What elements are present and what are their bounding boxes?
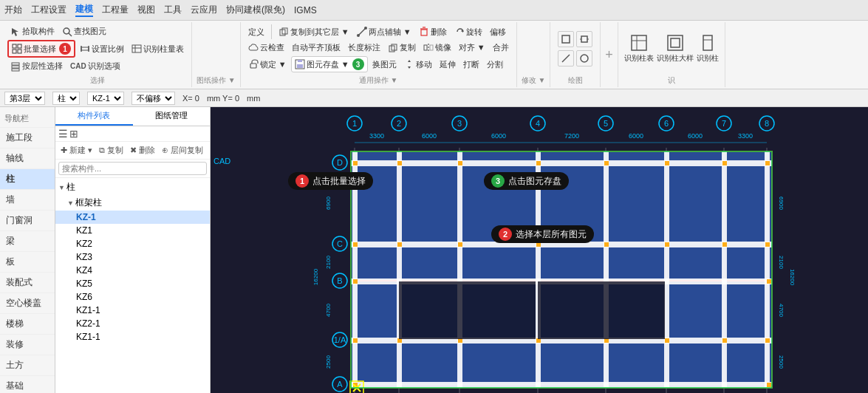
tree-item-kz1[interactable]: KZ1 — [55, 224, 210, 237]
identify-column-table-button[interactable]: 识别柱量表 — [129, 42, 187, 56]
set-scale-button[interactable]: 设置比例 — [77, 42, 127, 56]
svg-rect-139 — [767, 383, 771, 387]
delete-button[interactable]: 删除 — [416, 25, 450, 39]
component-select[interactable]: 柱 — [52, 92, 80, 105]
save-element-button[interactable]: 图元存盘 ▼ 3 — [291, 56, 368, 72]
batch-select-button[interactable]: 批量选择 1 — [7, 40, 75, 58]
identify-column-table-btn[interactable]: 识别柱表 — [624, 34, 654, 64]
svg-point-1 — [64, 28, 69, 34]
tree-item-kz2-1[interactable]: KZ2-1 — [55, 317, 210, 330]
draw-tool-1[interactable] — [558, 31, 574, 47]
break-button[interactable]: 打断 — [460, 58, 482, 72]
tree-item-kz2[interactable]: KZ2 — [55, 237, 210, 250]
nav-item-earthwork[interactable]: 土方 — [0, 355, 55, 376]
align-button[interactable]: 对齐 ▼ — [456, 41, 488, 55]
nav-item-column[interactable]: 柱 — [0, 169, 55, 190]
nav-item-prefab[interactable]: 装配式 — [0, 273, 55, 293]
cad-label: CAD — [211, 155, 233, 167]
two-point-axis-button[interactable]: 两点辅轴 ▼ — [354, 25, 414, 39]
merge-button[interactable]: 合并 — [490, 41, 512, 55]
menu-item-view[interactable]: 视图 — [137, 4, 155, 16]
tree-item-kz6[interactable]: KZ6 — [55, 290, 210, 304]
svg-rect-5 — [13, 49, 16, 53]
length-label-button[interactable]: 长度标注 — [345, 41, 383, 55]
panel-list-view-icon[interactable]: ☰ — [58, 128, 68, 140]
layer-select-button[interactable]: 按层性选择 — [7, 59, 66, 73]
svg-rect-135 — [665, 338, 669, 343]
menu-item-igms[interactable]: IGMS — [294, 5, 317, 16]
canvas-area[interactable]: 12 34 56 78 3300 6000 6000 7200 6000 600… — [211, 107, 868, 393]
pick-component-button[interactable]: 拾取构件 — [7, 24, 58, 38]
toolbar-group-general: 定义 复制到其它层 ▼ 两点辅轴 ▼ 删除 旋转 偏移 云 — [241, 22, 517, 87]
lock-button[interactable]: 锁定 ▼ — [245, 58, 290, 72]
panel: 构件列表 图纸管理 ☰ ⊞ ✚ 新建 ▾ ⧉ 复制 ✖ 删除 ⊕ 层间复制 ▼ … — [55, 107, 211, 393]
find-element-button[interactable]: 查找图元 — [59, 24, 109, 38]
tree-item-column[interactable]: ▼ 柱 — [55, 180, 210, 195]
tree-arrow-column: ▼ — [58, 184, 65, 191]
panel-delete-button[interactable]: ✖ 删除 — [128, 144, 157, 157]
identify-column-btn[interactable]: 识别柱 — [697, 34, 719, 64]
panel-grid-view-icon[interactable]: ⊞ — [69, 128, 78, 140]
auto-align-button[interactable]: 自动平齐顶板 — [289, 41, 344, 55]
layer-select[interactable]: 第3层 — [4, 92, 45, 105]
offset-button[interactable]: 偏移 — [487, 25, 509, 39]
extend-button[interactable]: 延伸 — [437, 58, 459, 72]
menu-item-collab[interactable]: 协同建模(限免) — [226, 4, 285, 16]
draw-tool-4[interactable] — [576, 50, 592, 66]
tree-item-kz5[interactable]: KZ5 — [55, 277, 210, 290]
tree-item-kz1-1[interactable]: KZ1-1 — [55, 304, 210, 317]
cad-identify-options-button[interactable]: CAD 识别选项 — [67, 59, 123, 73]
panel-layer-copy-button[interactable]: ⊕ 层间复制 — [160, 144, 205, 157]
svg-rect-114 — [458, 161, 462, 165]
copy-button[interactable]: 复制 — [385, 41, 419, 55]
panel-new-button[interactable]: ✚ 新建 ▾ — [58, 144, 95, 157]
identify-column-detail-btn[interactable]: 识别柱大样 — [657, 34, 694, 64]
nav-item-construction[interactable]: 施工段 — [0, 128, 55, 148]
tab-drawing[interactable]: 图纸管理 — [133, 107, 211, 126]
nav-item-wall[interactable]: 墙 — [0, 190, 55, 211]
modify-label[interactable]: 修改 ▼ — [522, 74, 546, 86]
menu-item-quantity[interactable]: 工程量 — [102, 4, 129, 16]
svg-rect-41 — [632, 35, 646, 50]
nav-item-stair[interactable]: 楼梯 — [0, 314, 55, 335]
tree-item-kz4[interactable]: KZ4 — [55, 264, 210, 277]
draw-tool-3[interactable] — [558, 50, 574, 66]
nav-item-hollow[interactable]: 空心楼盖 — [0, 293, 55, 314]
menu-item-cloud[interactable]: 云应用 — [191, 4, 217, 16]
draw-tool-2[interactable] — [576, 31, 592, 47]
define-button[interactable]: 定义 — [245, 25, 267, 39]
general-ops-label[interactable]: 通用操作 ▼ — [245, 74, 512, 86]
menu-item-model[interactable]: 建模 — [75, 3, 93, 17]
mirror-button[interactable]: 镜像 — [420, 41, 454, 55]
tree-item-kz3[interactable]: KZ3 — [55, 250, 210, 264]
move-button[interactable]: 移动 — [401, 58, 435, 72]
svg-line-18 — [358, 28, 366, 35]
nav-item-door-window[interactable]: 门窗洞 — [0, 211, 55, 231]
tree-item-kz1-1b[interactable]: KZ1-1 — [55, 330, 210, 344]
svg-rect-129 — [767, 279, 771, 284]
menu-item-tools[interactable]: 工具 — [164, 4, 182, 16]
tab-component-list[interactable]: 构件列表 — [55, 107, 133, 126]
tree-item-kz1-selected[interactable]: KZ-1 — [55, 211, 210, 224]
cloud-check-button[interactable]: 云检查 — [245, 41, 287, 55]
menu-item-settings[interactable]: 工程设置 — [31, 4, 66, 16]
nav-item-beam[interactable]: 梁 — [0, 231, 55, 252]
rotate-button[interactable]: 旋转 — [451, 25, 485, 39]
nav-item-decoration[interactable]: 装修 — [0, 335, 55, 355]
nav-item-axis[interactable]: 轴线 — [0, 148, 55, 169]
type-select[interactable]: KZ-1 — [87, 92, 124, 105]
swap-element-button[interactable]: 换图元 — [369, 58, 400, 72]
nav-item-foundation[interactable]: 基础 — [0, 376, 55, 393]
copy-to-other-button[interactable]: 复制到其它层 ▼ — [276, 25, 352, 39]
search-input[interactable] — [58, 162, 207, 175]
status-bar: 第3层 柱 KZ-1 不偏移 X= 0 mm Y= 0 mm — [0, 89, 868, 107]
panel-search — [55, 160, 210, 178]
panel-copy-button[interactable]: ⧉ 复制 — [97, 144, 126, 157]
cad-ops-label[interactable]: 图纸操作 ▼ — [197, 74, 236, 86]
select-group-label: 选择 — [7, 74, 187, 86]
tree-item-frame-column[interactable]: ▼ 框架柱 — [55, 195, 210, 211]
nav-item-slab[interactable]: 板 — [0, 252, 55, 273]
state-select[interactable]: 不偏移 — [131, 92, 175, 105]
menu-item-start[interactable]: 开始 — [4, 4, 22, 16]
split-button[interactable]: 分割 — [484, 58, 506, 72]
